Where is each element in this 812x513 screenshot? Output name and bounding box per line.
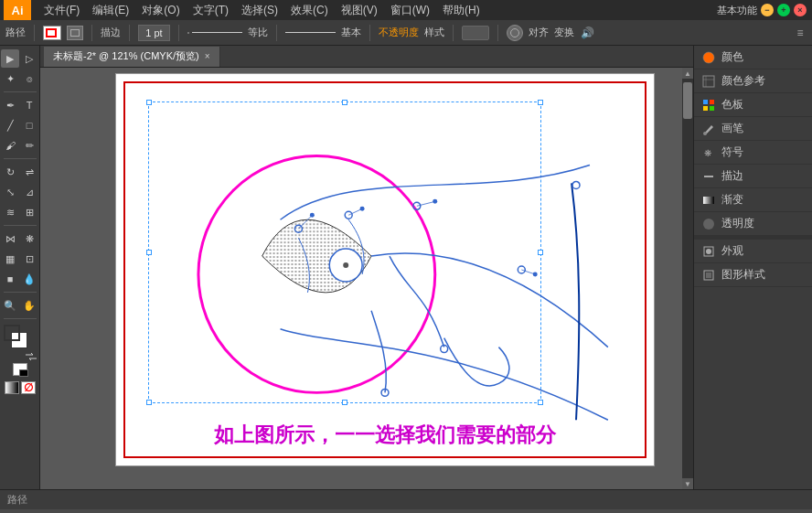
toolbar: 路径 描边 等比 基本 不透明度 样式 对齐 变换 🔊 ≡	[0, 20, 812, 46]
gradient-btn[interactable]	[5, 381, 19, 394]
blend-tool[interactable]: ⋈	[1, 230, 19, 248]
mode-buttons: ∅	[5, 381, 36, 394]
gradient-tool[interactable]: ■	[1, 270, 19, 288]
panel-item-color[interactable]: 颜色	[694, 46, 812, 69]
fg-bg-swatches	[13, 363, 27, 376]
stroke-icon	[701, 169, 716, 184]
scale-tool[interactable]: ⤡	[1, 183, 19, 201]
stroke-width-input[interactable]	[138, 25, 170, 41]
tool-row-11: ■ 💧	[1, 270, 38, 288]
brush-icon	[701, 122, 716, 136]
svg-point-31	[703, 219, 714, 230]
tool-sep-4	[4, 292, 37, 293]
menu-edit[interactable]: 编辑(E)	[87, 1, 134, 20]
symbol-tool[interactable]: ❋	[20, 230, 38, 248]
appearance-icon	[701, 244, 716, 259]
rotate-tool[interactable]: ↻	[1, 163, 19, 181]
none-btn[interactable]: ∅	[21, 381, 36, 394]
stroke-color-control[interactable]	[4, 325, 20, 341]
menu-select[interactable]: 选择(S)	[236, 1, 283, 20]
tab-bar: 未标题-2* @ 121% (CMYK/预览) ×	[40, 46, 693, 68]
panel-item-opacity[interactable]: 透明度	[694, 212, 812, 236]
color-controls	[4, 325, 37, 358]
globe-icon[interactable]	[507, 25, 523, 41]
opacity-label[interactable]: 不透明度	[379, 26, 419, 39]
stroke-box-icon[interactable]	[67, 26, 83, 40]
hand-tool[interactable]: ✋	[20, 296, 38, 315]
panel-item-graphic-style[interactable]: 图形样式	[694, 263, 812, 287]
toolbar-sep-5	[276, 25, 277, 41]
tool-row-6: ↻ ⇌	[1, 163, 38, 181]
equal-label: 等比	[248, 26, 268, 39]
scroll-up-button[interactable]: ▲	[682, 68, 693, 79]
menu-view[interactable]: 视图(V)	[336, 1, 383, 20]
expand-icon[interactable]: ≡	[794, 27, 807, 39]
shape-tool[interactable]: □	[20, 116, 38, 134]
toolbar-separator-4	[178, 25, 179, 41]
shear-tool[interactable]: ⊿	[20, 183, 38, 201]
panel-item-swatch[interactable]: 色板	[694, 93, 812, 117]
panel-label-color-ref: 颜色参考	[721, 73, 765, 89]
panel-label-swatch: 色板	[721, 97, 743, 112]
artwork-svg	[116, 74, 654, 465]
magic-wand-tool[interactable]: ✦	[1, 69, 19, 88]
scroll-down-button[interactable]: ▼	[682, 478, 693, 489]
line-preview-2	[285, 32, 336, 33]
svg-rect-24	[710, 100, 714, 104]
canvas-container[interactable]: 如上图所示，一一选择我们需要的部分 ▲ ▼	[40, 68, 693, 489]
close-button[interactable]: ×	[794, 4, 807, 16]
graph-tool[interactable]: ▦	[1, 250, 19, 268]
scrollbar-right[interactable]: ▲ ▼	[682, 68, 693, 489]
svg-point-33	[706, 249, 711, 254]
panel-item-symbol[interactable]: ❋ 符号	[694, 141, 812, 165]
swap-icon[interactable]	[26, 350, 37, 358]
tool-row-1: ▶ ▷	[1, 49, 38, 68]
panel-item-gradient[interactable]: 渐变	[694, 188, 812, 212]
maximize-button[interactable]: +	[777, 4, 790, 16]
select-tool[interactable]: ▶	[1, 49, 19, 68]
reflect-tool[interactable]: ⇌	[20, 163, 38, 181]
free-transform-tool[interactable]: ⊞	[20, 203, 38, 221]
text-tool[interactable]: T	[20, 96, 38, 114]
style-label[interactable]: 样式	[424, 26, 444, 39]
zoom-tool[interactable]: 🔍	[1, 296, 19, 315]
direct-select-tool[interactable]: ▷	[20, 49, 38, 68]
warp-tool[interactable]: ≋	[1, 203, 19, 221]
titlebar-right: 基本功能 − + ×	[717, 4, 812, 17]
lasso-tool[interactable]: ⌾	[20, 69, 38, 88]
tab-close-button[interactable]: ×	[205, 51, 210, 61]
menu-window[interactable]: 窗口(W)	[385, 1, 435, 20]
mesh-tool[interactable]: ⊡	[20, 250, 38, 268]
toolbar-separator-3	[129, 25, 130, 41]
stroke-color-box[interactable]	[43, 26, 61, 40]
menu-help[interactable]: 帮助(H)	[437, 1, 486, 20]
menu-file[interactable]: 文件(F)	[38, 1, 85, 20]
canvas-area: 未标题-2* @ 121% (CMYK/预览) ×	[40, 46, 693, 489]
align-label[interactable]: 对齐	[529, 26, 549, 39]
pencil-tool[interactable]: ✏	[20, 136, 38, 155]
panel-item-appearance[interactable]: 外观	[694, 240, 812, 263]
menu-object[interactable]: 对象(O)	[136, 1, 185, 20]
stroke-mode-label[interactable]: 描边	[101, 26, 121, 39]
panel-item-brush[interactable]: 画笔	[694, 117, 812, 141]
basic-label: 基本	[341, 26, 361, 39]
fg-swatch[interactable]	[13, 363, 27, 376]
speaker-icon[interactable]: 🔊	[580, 27, 594, 39]
minimize-button[interactable]: −	[761, 4, 774, 16]
tool-row-7: ⤡ ⊿	[1, 183, 38, 201]
transform-label[interactable]: 变换	[554, 26, 574, 39]
panel-item-color-ref[interactable]: 颜色参考	[694, 69, 812, 93]
scroll-thumb[interactable]	[683, 82, 692, 119]
brush-tool[interactable]: 🖌	[1, 136, 19, 155]
toolbar-sep-6	[369, 25, 370, 41]
panel-item-stroke[interactable]: 描边	[694, 165, 812, 188]
eyedropper-tool[interactable]: 💧	[20, 270, 38, 288]
tab-document[interactable]: 未标题-2* @ 121% (CMYK/预览) ×	[44, 47, 220, 67]
panel-label-brush: 画笔	[721, 121, 743, 136]
toolbar-sep-7	[453, 25, 454, 41]
menu-text[interactable]: 文字(T)	[187, 1, 234, 20]
style-preview[interactable]	[462, 26, 489, 40]
line-tool[interactable]: ╱	[1, 116, 19, 134]
menu-effect[interactable]: 效果(C)	[285, 1, 334, 20]
pen-tool[interactable]: ✒	[1, 96, 19, 114]
